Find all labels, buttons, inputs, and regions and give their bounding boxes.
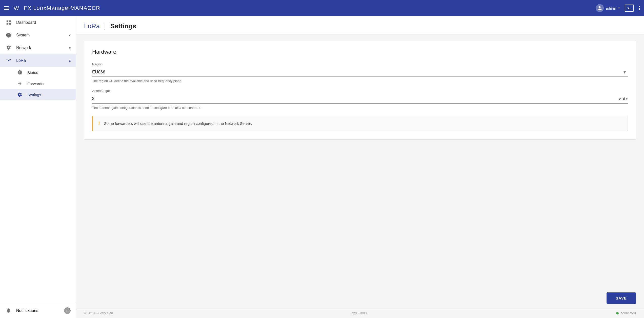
content-area: LoRa | Settings Hardware Region EU868 US… [76,16,644,318]
logo-area: W FX LorixManagerMANAGER [13,4,100,13]
notifications-label: Notifications [16,308,60,313]
sidebar-dashboard-label: Dashboard [16,20,71,25]
status-label: connected [621,311,636,315]
sidebar-system-label: System [16,33,65,37]
more-options-icon[interactable] [639,6,640,10]
sidebar-status-label: Status [27,70,71,75]
antenna-gain-label: Antenna gain [92,89,628,93]
sidebar-item-system[interactable]: System ▾ [0,29,76,42]
terminal-icon[interactable] [625,5,634,12]
save-area: SAVE [76,288,644,308]
svg-point-6 [8,34,9,36]
region-select[interactable]: EU868 US915 AS923 AU915 [92,68,628,76]
page-content: Hardware Region EU868 US915 AS923 AU915 … [76,34,644,288]
sidebar-bottom: Notifications 0 [0,303,76,318]
topnav-left: W FX LorixManagerMANAGER [4,4,100,13]
user-avatar-icon [596,4,604,12]
sidebar-item-status[interactable]: Status [0,67,76,78]
dashboard-icon [5,20,12,25]
topnav-right: admin ▾ [596,4,640,12]
region-field: Region EU868 US915 AS923 AU915 ▾ The reg… [92,62,628,83]
wifx-logo-icon: W [13,4,22,13]
system-expand-icon: ▾ [69,33,71,37]
antenna-gain-hint: The antenna gain configuration is used t… [92,106,628,110]
save-button[interactable]: SAVE [607,292,636,304]
bell-icon [5,308,12,313]
region-label: Region [92,62,628,66]
svg-rect-5 [9,23,11,25]
antenna-gain-input[interactable] [92,94,619,103]
region-hint: The region will define the available and… [92,79,628,83]
sidebar-lora-label: LoRa [16,58,65,63]
sidebar-network-label: Network [16,46,65,50]
svg-rect-3 [9,21,11,22]
menu-icon[interactable] [4,6,9,10]
page-title: LoRa | Settings [84,22,636,30]
system-icon [5,32,12,38]
sidebar-settings-label: Settings [27,93,71,97]
antenna-gain-unit-text: dBi [619,97,625,101]
topnav: W FX LorixManagerMANAGER admin ▾ [0,0,644,16]
region-select-wrapper: EU868 US915 AS923 AU915 ▾ [92,68,628,77]
hardware-card: Hardware Region EU868 US915 AS923 AU915 … [84,41,636,139]
sidebar-item-dashboard[interactable]: Dashboard [0,16,76,29]
lora-expand-icon: ▴ [69,58,71,63]
notifications-item[interactable]: Notifications 0 [0,303,76,318]
network-expand-icon: ▾ [69,46,71,50]
antenna-gain-input-wrapper: dBi ▾ [92,94,628,104]
footer-copyright: © 2019 — Wifx Sàrl [84,311,268,315]
info-icon [16,70,23,75]
antenna-gain-field: Antenna gain dBi ▾ The antenna gain conf… [92,89,628,110]
warning-icon: ! [98,121,100,126]
sidebar-forwarder-label: Forwarder [27,82,71,86]
status-dot-icon [616,312,619,314]
network-icon [5,45,12,51]
breadcrumb-settings: Settings [110,22,136,30]
settings-icon [16,92,23,97]
sidebar-item-forwarder[interactable]: Forwarder [0,78,76,89]
sidebar-item-lora[interactable]: LoRa ▴ [0,54,76,67]
notifications-badge: 0 [64,307,71,314]
warning-box: ! Some forwarders will use the antenna g… [92,116,628,131]
svg-rect-2 [7,21,8,22]
hardware-title: Hardware [92,49,628,55]
sidebar-item-network[interactable]: Network ▾ [0,42,76,54]
footer-gateway: gw1010006 [268,311,452,315]
app-title: FX LorixManagerMANAGER [24,5,100,11]
breadcrumb-separator: | [104,22,108,30]
svg-rect-4 [7,23,8,25]
user-name-label: admin [606,6,616,10]
lora-icon [5,58,12,63]
antenna-gain-unit[interactable]: dBi ▾ [619,96,628,101]
main-layout: Dashboard System ▾ [0,16,644,318]
warning-text: Some forwarders will use the antenna gai… [104,121,252,126]
user-menu[interactable]: admin ▾ [596,4,620,12]
footer-status: connected [452,311,636,315]
page-header: LoRa | Settings [76,16,644,34]
svg-text:W: W [14,5,19,11]
sidebar: Dashboard System ▾ [0,16,76,318]
breadcrumb-lora: LoRa [84,22,100,30]
sidebar-item-settings[interactable]: Settings [0,89,76,100]
user-chevron-icon: ▾ [618,6,620,10]
unit-chevron-icon: ▾ [626,96,628,101]
forwarder-icon [16,81,23,86]
footer: © 2019 — Wifx Sàrl gw1010006 connected [76,308,644,318]
